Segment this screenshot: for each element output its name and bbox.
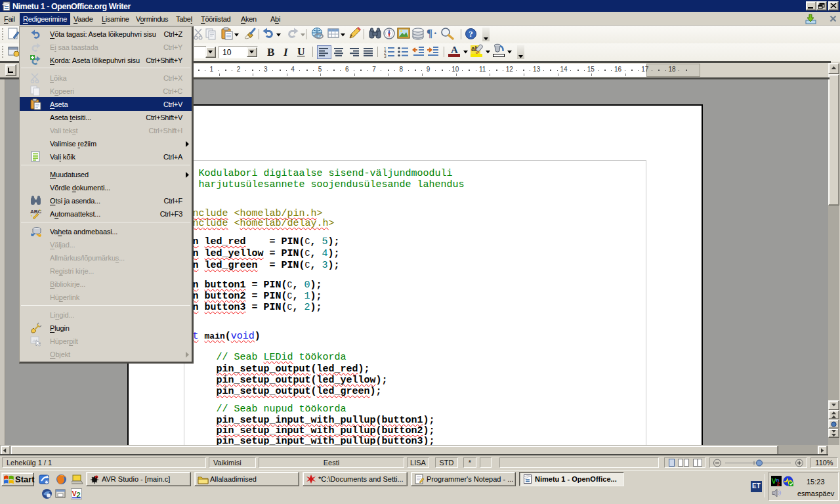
svg-text:2: 2 [777, 481, 780, 486]
